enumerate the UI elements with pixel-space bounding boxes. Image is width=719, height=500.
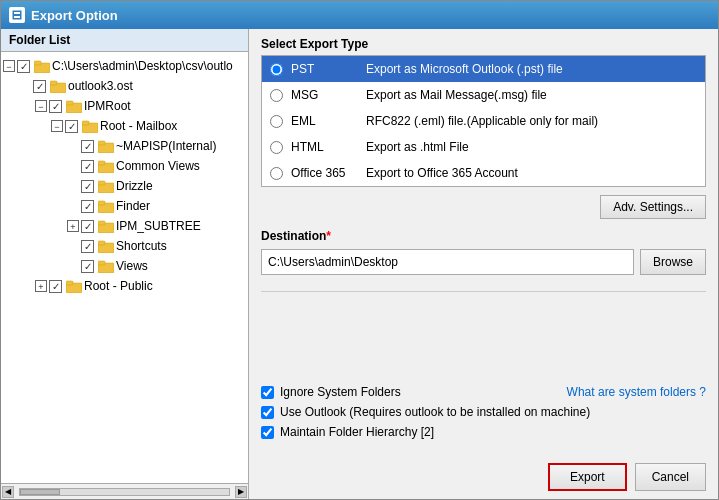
folder-icon-shortcuts — [98, 240, 114, 253]
tree-label-root-mailbox: Root - Mailbox — [100, 119, 177, 133]
destination-input[interactable] — [261, 249, 634, 275]
expander-ipmroot[interactable]: − — [35, 100, 47, 112]
folder-icon-drizzle — [98, 180, 114, 193]
radio-html[interactable] — [270, 141, 283, 154]
export-button[interactable]: Export — [548, 463, 627, 491]
ignore-system-label: Ignore System Folders — [280, 385, 401, 399]
ignore-system-row: Ignore System Folders What are system fo… — [261, 385, 706, 399]
tree-item-ost-file[interactable]: + outlook3.ost — [3, 76, 246, 96]
tree-item-ipmroot[interactable]: − IPMRoot — [3, 96, 246, 116]
checkbox-common-views[interactable] — [81, 160, 94, 173]
maintain-hierarchy-label: Maintain Folder Hierarchy [2] — [280, 425, 434, 439]
folder-icon-views — [98, 260, 114, 273]
tree-item-drizzle[interactable]: + Drizzle — [3, 176, 246, 196]
tree-label-finder: Finder — [116, 199, 150, 213]
scrollbar-thumb[interactable] — [20, 489, 60, 495]
svg-rect-20 — [98, 221, 105, 225]
what-are-system-folders-link[interactable]: What are system folders ? — [567, 385, 706, 399]
tree-item-views[interactable]: + Views — [3, 256, 246, 276]
export-option-window: Export Option Folder List − C:\Users\adm… — [0, 0, 719, 500]
radio-msg[interactable] — [270, 89, 283, 102]
tree-label-shortcuts: Shortcuts — [116, 239, 167, 253]
export-code-msg: MSG — [291, 88, 366, 102]
bottom-buttons: Export Cancel — [261, 455, 706, 491]
checkbox-ost-file[interactable] — [33, 80, 46, 93]
tree-item-ipm-subtree[interactable]: + IPM_SUBTREE — [3, 216, 246, 236]
use-outlook-checkbox[interactable] — [261, 406, 274, 419]
tree-item-common-views[interactable]: + Common Views — [3, 156, 246, 176]
svg-rect-4 — [34, 61, 41, 65]
folder-icon-ost-file — [50, 80, 66, 93]
export-option-html[interactable]: HTMLExport as .html File — [262, 134, 705, 160]
radio-eml[interactable] — [270, 115, 283, 128]
svg-rect-0 — [12, 10, 22, 20]
expander-root-mailbox[interactable]: − — [51, 120, 63, 132]
destination-row: Browse — [261, 249, 706, 275]
cancel-button[interactable]: Cancel — [635, 463, 706, 491]
checkbox-ipmroot[interactable] — [49, 100, 62, 113]
svg-rect-24 — [98, 261, 105, 265]
folder-icon-mapisp — [98, 140, 114, 153]
divider — [261, 291, 706, 292]
folder-icon-common-views — [98, 160, 114, 173]
tree-label-views: Views — [116, 259, 148, 273]
export-option-pst[interactable]: PSTExport as Microsoft Outlook (.pst) fi… — [262, 56, 705, 82]
svg-rect-6 — [50, 81, 57, 85]
ignore-system-checkbox[interactable] — [261, 386, 274, 399]
folder-icon-root-path — [34, 60, 50, 73]
maintain-hierarchy-checkbox[interactable] — [261, 426, 274, 439]
radio-pst[interactable] — [270, 63, 283, 76]
export-desc-html: Export as .html File — [366, 140, 469, 154]
tree-item-mapisp[interactable]: + ~MAPISP(Internal) — [3, 136, 246, 156]
folder-panel: Folder List − C:\Users\admin\Desktop\csv… — [1, 29, 249, 499]
checkbox-root-mailbox[interactable] — [65, 120, 78, 133]
window-icon — [9, 7, 25, 23]
tree-item-root-path[interactable]: − C:\Users\admin\Desktop\csv\outlo — [3, 56, 246, 76]
checkbox-views[interactable] — [81, 260, 94, 273]
tree-label-ost-file: outlook3.ost — [68, 79, 133, 93]
tree-label-ipmroot: IPMRoot — [84, 99, 131, 113]
maintain-hierarchy-row: Maintain Folder Hierarchy [2] — [261, 425, 706, 439]
folder-panel-header: Folder List — [1, 29, 248, 52]
expander-root-path[interactable]: − — [3, 60, 15, 72]
tree-item-root-mailbox[interactable]: − Root - Mailbox — [3, 116, 246, 136]
svg-rect-18 — [98, 201, 105, 205]
export-type-box: PSTExport as Microsoft Outlook (.pst) fi… — [261, 55, 706, 187]
checkbox-ipm-subtree[interactable] — [81, 220, 94, 233]
tree-item-finder[interactable]: + Finder — [3, 196, 246, 216]
export-desc-pst: Export as Microsoft Outlook (.pst) file — [366, 62, 563, 76]
checkbox-root-path[interactable] — [17, 60, 30, 73]
tree-item-shortcuts[interactable]: + Shortcuts — [3, 236, 246, 256]
export-option-eml[interactable]: EMLRFC822 (.eml) file.(Applicable only f… — [262, 108, 705, 134]
options-section: Ignore System Folders What are system fo… — [261, 298, 706, 445]
export-code-office365: Office 365 — [291, 166, 366, 180]
svg-rect-14 — [98, 161, 105, 165]
radio-office365[interactable] — [270, 167, 283, 180]
export-option-msg[interactable]: MSGExport as Mail Message(.msg) file — [262, 82, 705, 108]
checkbox-shortcuts[interactable] — [81, 240, 94, 253]
expander-ipm-subtree[interactable]: + — [67, 220, 79, 232]
tree-label-common-views: Common Views — [116, 159, 200, 173]
checkbox-root-public[interactable] — [49, 280, 62, 293]
export-code-html: HTML — [291, 140, 366, 154]
browse-button[interactable]: Browse — [640, 249, 706, 275]
checkbox-finder[interactable] — [81, 200, 94, 213]
scrollbar-track[interactable] — [19, 488, 230, 496]
svg-rect-16 — [98, 181, 105, 185]
adv-settings-row: Adv. Settings... — [261, 195, 706, 219]
tree-item-root-public[interactable]: + Root - Public — [3, 276, 246, 296]
export-desc-eml: RFC822 (.eml) file.(Applicable only for … — [366, 114, 598, 128]
export-option-office365[interactable]: Office 365Export to Office 365 Account — [262, 160, 705, 186]
checkbox-drizzle[interactable] — [81, 180, 94, 193]
export-type-header: Select Export Type — [261, 37, 706, 51]
tree-label-drizzle: Drizzle — [116, 179, 153, 193]
horizontal-scrollbar[interactable]: ◀ ▶ — [1, 483, 248, 499]
required-marker: * — [326, 229, 331, 243]
tree-label-root-path: C:\Users\admin\Desktop\csv\outlo — [52, 59, 233, 73]
checkbox-mapisp[interactable] — [81, 140, 94, 153]
main-content: Folder List − C:\Users\admin\Desktop\csv… — [1, 29, 718, 499]
folder-tree[interactable]: − C:\Users\admin\Desktop\csv\outlo+ outl… — [1, 52, 248, 483]
folder-icon-ipmroot — [66, 100, 82, 113]
adv-settings-button[interactable]: Adv. Settings... — [600, 195, 706, 219]
expander-root-public[interactable]: + — [35, 280, 47, 292]
